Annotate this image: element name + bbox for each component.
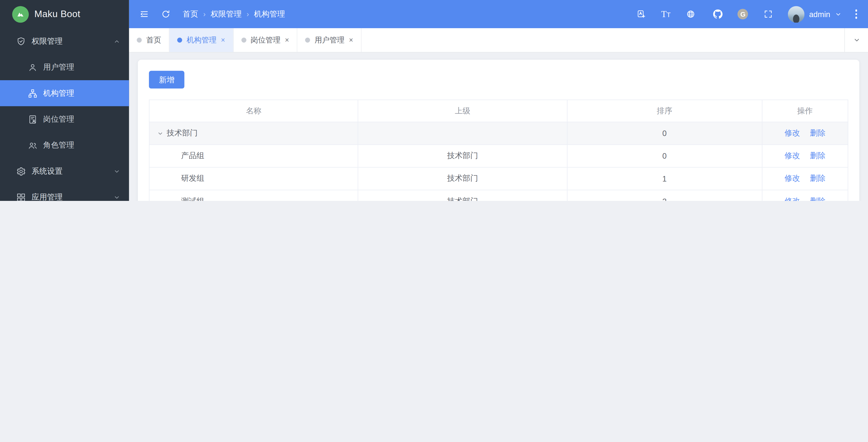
sidebar-item-角色管理[interactable]: 角色管理 [0,132,129,158]
tab-status-dot [137,38,142,43]
column-header: 上级 [358,100,567,122]
chevron-down-icon [114,168,120,174]
parent-cell [358,122,567,144]
sort-cell: 1 [567,167,762,190]
parent-cell: 技术部门 [358,167,567,190]
tabs-dropdown-button[interactable] [844,28,868,52]
org-chart-icon [28,88,38,98]
chevron-down-icon [114,194,120,200]
sidebar-item-label: 岗位管理 [43,114,74,124]
delete-link[interactable]: 删除 [810,174,826,182]
tab-status-dot [305,38,310,43]
chevron-down-icon [835,11,841,18]
sidebar-item-权限管理[interactable]: 权限管理 [0,28,129,54]
refresh-icon[interactable] [158,7,173,21]
sidebar-item-机构管理[interactable]: 机构管理 [0,80,129,106]
breadcrumb: 首页›权限管理›机构管理 [183,9,285,19]
tab-机构管理[interactable]: 机构管理× [169,28,233,52]
tab-close-icon[interactable]: × [285,36,289,44]
user-menu[interactable]: admin [788,6,841,22]
sidebar-item-label: 应用管理 [31,192,62,201]
org-name: 产品组 [181,151,204,161]
edit-link[interactable]: 修改 [784,196,800,201]
tab-status-dot [177,38,182,43]
user-icon [28,62,38,72]
sidebar-item-label: 用户管理 [43,62,74,72]
sidebar-item-label: 机构管理 [43,88,74,98]
sidebar-item-应用管理[interactable]: 应用管理 [0,184,129,201]
gitee-icon[interactable]: G [738,9,748,20]
tab-用户管理[interactable]: 用户管理× [298,28,362,52]
breadcrumb-separator: › [203,10,206,19]
chevron-up-icon [114,38,120,44]
org-management-card: 新增 名称上级排序操作 技术部门 0 修改 删除 产品组 技术部门 0 修改 删… [138,60,860,201]
column-header: 操作 [762,100,848,122]
actions-cell: 修改 删除 [762,190,848,201]
shield-check-icon [16,36,26,46]
delete-link[interactable]: 删除 [810,196,826,201]
breadcrumb-item[interactable]: 首页 [183,9,198,19]
content-area: 新增 名称上级排序操作 技术部门 0 修改 删除 产品组 技术部门 0 修改 删… [129,53,868,201]
sidebar: Maku Boot 权限管理用户管理机构管理岗位管理角色管理系统设置应用管理日志… [0,0,129,201]
menu-fold-icon[interactable] [137,7,151,21]
more-menu-icon[interactable] [854,7,859,21]
name-cell: 测试组 [149,190,358,201]
sort-cell: 2 [567,190,762,201]
table-row: 测试组 技术部门 2 修改 删除 [149,190,848,201]
column-header: 名称 [149,100,358,122]
avatar [788,6,805,22]
parent-cell: 技术部门 [358,190,567,201]
mountain-logo-icon [12,6,29,22]
sidebar-item-label: 角色管理 [43,140,74,150]
add-button[interactable]: 新增 [149,71,184,89]
logo[interactable]: Maku Boot [0,0,129,28]
github-icon[interactable] [710,7,725,21]
tab-status-dot [241,38,246,43]
post-doc-icon [28,114,38,124]
tab-label: 岗位管理 [251,35,281,45]
sidebar-item-岗位管理[interactable]: 岗位管理 [0,106,129,132]
tab-岗位管理[interactable]: 岗位管理× [234,28,298,52]
fullscreen-icon[interactable] [761,7,775,21]
delete-link[interactable]: 删除 [810,128,826,137]
translate-icon[interactable] [634,7,649,21]
sidebar-item-label: 系统设置 [31,166,62,176]
username: admin [809,10,830,19]
table-row: 技术部门 0 修改 删除 [149,122,848,144]
font-size-icon[interactable]: TT [661,10,671,19]
name-cell: 研发组 [149,167,358,190]
breadcrumb-item[interactable]: 机构管理 [254,9,285,19]
app-window: Maku Boot 权限管理用户管理机构管理岗位管理角色管理系统设置应用管理日志… [0,0,868,201]
table-row: 研发组 技术部门 1 修改 删除 [149,167,848,190]
sidebar-item-系统设置[interactable]: 系统设置 [0,158,129,184]
roles-icon [28,140,38,150]
tab-close-icon[interactable]: × [349,36,353,44]
table-header-row: 名称上级排序操作 [149,100,848,122]
edit-link[interactable]: 修改 [784,151,800,160]
breadcrumb-separator: › [247,10,249,19]
globe-icon[interactable] [684,7,698,21]
actions-cell: 修改 删除 [762,122,848,144]
org-name: 研发组 [181,174,204,184]
sidebar-item-用户管理[interactable]: 用户管理 [0,54,129,80]
tab-首页[interactable]: 首页 [129,28,169,52]
name-cell: 产品组 [149,144,358,167]
delete-link[interactable]: 删除 [810,151,826,160]
actions-cell: 修改 删除 [762,167,848,190]
column-header: 排序 [567,100,762,122]
actions-cell: 修改 删除 [762,144,848,167]
table-row: 产品组 技术部门 0 修改 删除 [149,144,848,167]
parent-cell: 技术部门 [358,144,567,167]
apps-grid-icon [16,192,26,201]
edit-link[interactable]: 修改 [784,174,800,182]
app-title: Maku Boot [34,8,80,20]
header-actions: TT G admin [634,6,858,22]
tab-label: 用户管理 [315,35,344,45]
expand-toggle-chevron-icon[interactable] [157,130,163,136]
org-name: 技术部门 [166,128,197,138]
tab-close-icon[interactable]: × [221,36,225,44]
edit-link[interactable]: 修改 [784,128,800,137]
name-cell: 技术部门 [149,122,358,144]
sort-cell: 0 [567,122,762,144]
breadcrumb-item[interactable]: 权限管理 [211,9,242,19]
